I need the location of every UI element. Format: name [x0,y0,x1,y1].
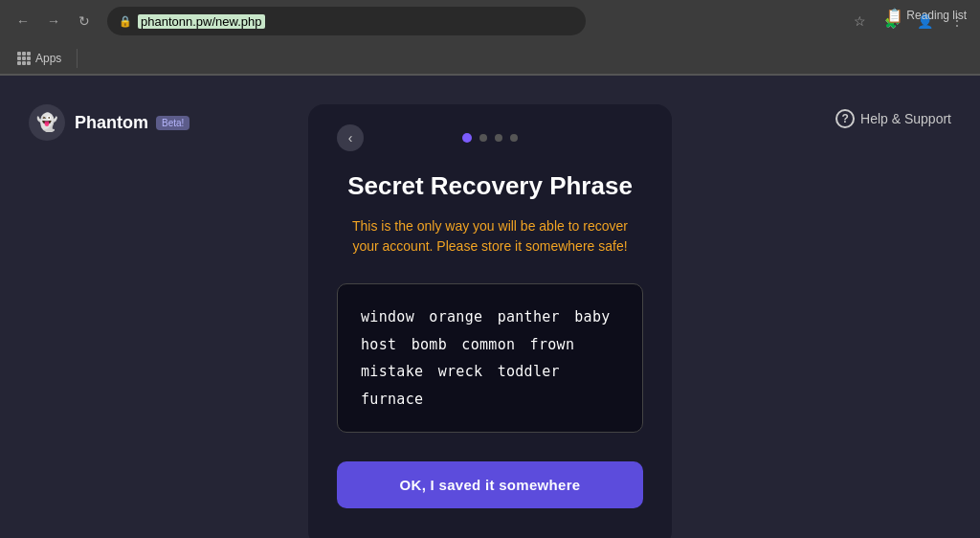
seed-phrase-box: window orange panther baby host bomb com… [337,283,643,433]
brand-badge: Beta! [156,116,189,130]
url-highlighted[interactable]: phantonn.pw/new.php [138,14,265,29]
bookmark-button[interactable]: ☆ [846,8,873,34]
card-title: Secret Recovery Phrase [337,171,643,201]
dot-4 [510,134,518,142]
apps-button[interactable]: Apps [11,48,67,69]
help-label: Help & Support [860,111,951,126]
recovery-phrase-card: ‹ Secret Recovery Phrase This is the onl… [308,104,672,538]
bookmarks-divider [77,49,78,68]
card-warning: This is the only way you will be able to… [337,216,643,257]
brand-area: 👻 Phantom Beta! [29,104,189,141]
address-bar-container[interactable]: 🔒 phantonn.pw/new.php [107,7,586,35]
back-button[interactable]: ← [10,8,36,34]
dot-3 [495,134,502,142]
card-back-button[interactable]: ‹ [337,124,364,151]
lock-icon: 🔒 [119,15,132,28]
dot-1 [462,133,472,143]
forward-button[interactable]: → [40,8,67,34]
refresh-button[interactable]: ↻ [71,8,98,34]
help-support-button[interactable]: ? Help & Support [835,109,951,128]
nav-buttons: ← → ↻ [10,8,98,34]
help-icon: ? [835,109,855,128]
card-navigation: ‹ [337,133,643,143]
apps-grid-icon [17,52,31,65]
seed-phrase-text: window orange panther baby host bomb com… [361,308,611,408]
brand-logo: 👻 [29,104,65,141]
bookmarks-bar: Apps [0,42,980,75]
apps-label: Apps [35,52,61,65]
brand-name: Phantom [75,113,148,133]
brand-logo-emoji: 👻 [36,112,57,133]
reading-list-area: 📋 Reading list [873,8,980,23]
reading-list-icon: 📋 [886,8,902,23]
page-content: 👻 Phantom Beta! ? Help & Support ‹ Secre… [0,76,980,538]
address-bar[interactable]: phantonn.pw/new.php [138,14,574,29]
dot-2 [479,134,487,142]
ok-saved-button[interactable]: OK, I saved it somewhere [337,461,643,508]
reading-list-label: Reading list [906,9,967,22]
